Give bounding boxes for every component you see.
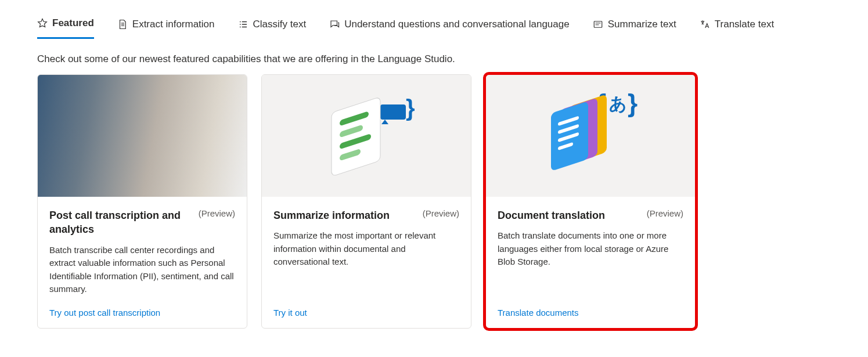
svg-text:}: } <box>628 89 638 117</box>
preview-badge: (Preview) <box>647 208 683 218</box>
translate-icon <box>700 19 710 30</box>
tab-label: Translate text <box>715 19 774 30</box>
tab-classify-text[interactable]: Classify text <box>238 12 307 39</box>
list-icon <box>238 19 248 30</box>
card-head: Post call transcription and analytics (P… <box>49 208 235 237</box>
card-body: Document translation (Preview) Batch tra… <box>486 197 695 328</box>
svg-text:あ: あ <box>609 94 627 113</box>
call-center-photo <box>38 75 247 197</box>
svg-text:}: } <box>406 95 415 121</box>
card-illustration: { } <box>262 75 471 197</box>
cards-row: Post call transcription and analytics (P… <box>37 74 831 329</box>
tab-label: Featured <box>52 17 94 29</box>
tabs-bar: Featured Extract information Classify te… <box>37 12 831 39</box>
card-description: Batch translate documents into one or mo… <box>498 229 683 295</box>
tab-label: Extract information <box>132 19 215 30</box>
chat-icon <box>329 19 340 30</box>
tab-featured[interactable]: Featured <box>37 12 94 39</box>
summary-icon <box>593 19 603 30</box>
card-document-translation[interactable]: { あ } <box>485 74 696 329</box>
card-body: Summarize information (Preview) Summariz… <box>262 197 471 328</box>
card-illustration <box>38 75 247 197</box>
card-description: Batch transcribe call center recordings … <box>49 244 235 296</box>
card-body: Post call transcription and analytics (P… <box>38 197 247 328</box>
card-title: Document translation <box>498 208 605 222</box>
card-post-call-transcription[interactable]: Post call transcription and analytics (P… <box>37 74 247 329</box>
svg-rect-0 <box>594 21 602 27</box>
tab-summarize-text[interactable]: Summarize text <box>593 12 676 39</box>
tab-extract-information[interactable]: Extract information <box>117 12 215 39</box>
star-icon <box>37 18 48 28</box>
tab-understand-questions[interactable]: Understand questions and conversational … <box>329 12 570 39</box>
card-title: Post call transcription and analytics <box>49 208 192 237</box>
card-head: Summarize information (Preview) <box>273 208 459 222</box>
try-it-out-link[interactable]: Try it out <box>273 308 459 318</box>
svg-rect-2 <box>380 104 406 120</box>
svg-rect-4 <box>332 97 380 176</box>
tab-label: Classify text <box>253 19 307 30</box>
document-icon <box>117 19 128 30</box>
tab-label: Understand questions and conversational … <box>344 19 570 30</box>
translate-documents-link[interactable]: Translate documents <box>498 308 683 318</box>
card-illustration: { あ } <box>486 75 695 197</box>
card-summarize-information[interactable]: { } Summarize information (Preview) <box>261 74 471 329</box>
preview-badge: (Preview) <box>199 208 235 218</box>
tab-translate-text[interactable]: Translate text <box>700 12 774 39</box>
tab-label: Summarize text <box>608 19 676 30</box>
preview-badge: (Preview) <box>423 208 459 218</box>
translate-illustration-icon: { あ } <box>527 86 654 185</box>
summarize-illustration-icon: { } <box>308 89 424 182</box>
card-title: Summarize information <box>273 208 390 222</box>
card-description: Summarize the most important or relevant… <box>273 229 459 295</box>
try-post-call-link[interactable]: Try out post call transcription <box>49 308 235 318</box>
card-head: Document translation (Preview) <box>498 208 683 222</box>
intro-text: Check out some of our newest featured ca… <box>37 53 831 65</box>
